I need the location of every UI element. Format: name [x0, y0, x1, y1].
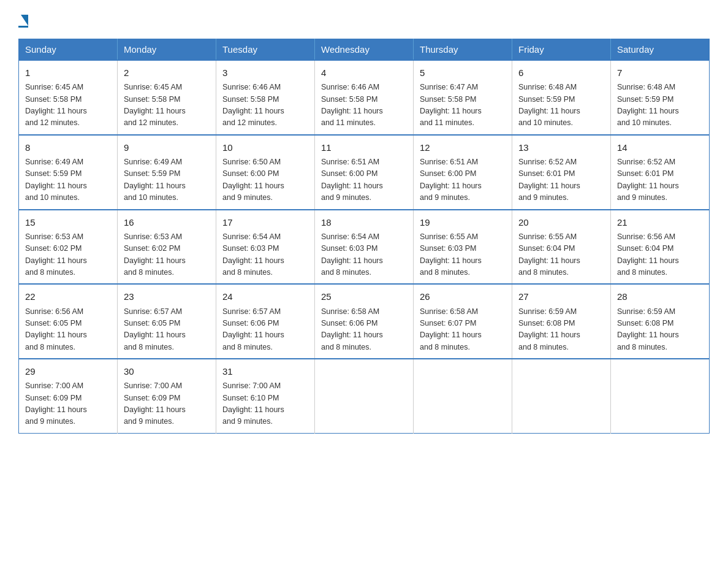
day-number: 15: [25, 215, 111, 229]
calendar-cell: [414, 359, 512, 433]
day-number: 25: [321, 289, 407, 304]
calendar-week-row: 29Sunrise: 7:00 AMSunset: 6:09 PMDayligh…: [19, 359, 710, 433]
day-number: 26: [420, 289, 506, 304]
day-info: Sunrise: 6:52 AMSunset: 6:01 PMDaylight:…: [617, 156, 703, 204]
calendar-cell: [611, 359, 710, 433]
weekday-header-wednesday: Wednesday: [315, 39, 414, 61]
day-number: 4: [321, 66, 407, 80]
day-info: Sunrise: 6:46 AMSunset: 5:58 PMDaylight:…: [321, 82, 407, 129]
calendar-cell: 15Sunrise: 6:53 AMSunset: 6:02 PMDayligh…: [19, 210, 118, 285]
day-number: 10: [222, 140, 308, 155]
weekday-header-thursday: Thursday: [414, 39, 512, 61]
calendar-cell: [512, 359, 611, 433]
day-info: Sunrise: 6:51 AMSunset: 6:00 PMDaylight:…: [321, 156, 407, 204]
day-info: Sunrise: 7:00 AMSunset: 6:09 PMDaylight:…: [25, 380, 111, 428]
weekday-header-sunday: Sunday: [19, 39, 118, 61]
calendar-cell: 7Sunrise: 6:48 AMSunset: 5:59 PMDaylight…: [611, 60, 710, 135]
calendar-cell: 25Sunrise: 6:58 AMSunset: 6:06 PMDayligh…: [315, 284, 414, 359]
day-info: Sunrise: 6:55 AMSunset: 6:04 PMDaylight:…: [518, 231, 604, 279]
day-info: Sunrise: 6:48 AMSunset: 5:59 PMDaylight:…: [518, 82, 604, 129]
logo-arrow-icon: [21, 15, 28, 26]
day-number: 7: [617, 66, 703, 80]
calendar-cell: 31Sunrise: 7:00 AMSunset: 6:10 PMDayligh…: [216, 359, 315, 433]
calendar-cell: 22Sunrise: 6:56 AMSunset: 6:05 PMDayligh…: [19, 284, 118, 359]
calendar-cell: 8Sunrise: 6:49 AMSunset: 5:59 PMDaylight…: [19, 135, 118, 210]
day-number: 22: [25, 289, 111, 304]
day-number: 29: [25, 364, 111, 378]
day-info: Sunrise: 6:58 AMSunset: 6:06 PMDaylight:…: [321, 306, 407, 354]
calendar-cell: 17Sunrise: 6:54 AMSunset: 6:03 PMDayligh…: [216, 210, 315, 285]
calendar-cell: 30Sunrise: 7:00 AMSunset: 6:09 PMDayligh…: [118, 359, 216, 433]
day-info: Sunrise: 6:54 AMSunset: 6:03 PMDaylight:…: [222, 231, 308, 279]
calendar-cell: 11Sunrise: 6:51 AMSunset: 6:00 PMDayligh…: [315, 135, 414, 210]
day-number: 13: [518, 140, 604, 155]
calendar-table: SundayMondayTuesdayWednesdayThursdayFrid…: [18, 39, 710, 434]
day-number: 8: [25, 140, 111, 155]
day-info: Sunrise: 6:55 AMSunset: 6:03 PMDaylight:…: [420, 231, 506, 279]
calendar-cell: 3Sunrise: 6:46 AMSunset: 5:58 PMDaylight…: [216, 60, 315, 135]
weekday-header-row: SundayMondayTuesdayWednesdayThursdayFrid…: [19, 39, 710, 61]
day-info: Sunrise: 6:57 AMSunset: 6:05 PMDaylight:…: [124, 306, 210, 354]
calendar-cell: 5Sunrise: 6:47 AMSunset: 5:58 PMDaylight…: [414, 60, 512, 135]
calendar-cell: 4Sunrise: 6:46 AMSunset: 5:58 PMDaylight…: [315, 60, 414, 135]
day-number: 18: [321, 215, 407, 229]
day-number: 17: [222, 215, 308, 229]
day-info: Sunrise: 6:58 AMSunset: 6:07 PMDaylight:…: [420, 306, 506, 354]
day-number: 23: [124, 289, 210, 304]
day-number: 31: [222, 364, 308, 378]
calendar-cell: 21Sunrise: 6:56 AMSunset: 6:04 PMDayligh…: [611, 210, 710, 285]
calendar-cell: 1Sunrise: 6:45 AMSunset: 5:58 PMDaylight…: [19, 60, 118, 135]
day-number: 11: [321, 140, 407, 155]
day-info: Sunrise: 6:53 AMSunset: 6:02 PMDaylight:…: [25, 231, 111, 279]
day-number: 27: [518, 289, 604, 304]
calendar-cell: 6Sunrise: 6:48 AMSunset: 5:59 PMDaylight…: [512, 60, 611, 135]
day-info: Sunrise: 6:47 AMSunset: 5:58 PMDaylight:…: [420, 82, 506, 129]
day-info: Sunrise: 6:59 AMSunset: 6:08 PMDaylight:…: [518, 306, 604, 354]
day-info: Sunrise: 6:51 AMSunset: 6:00 PMDaylight:…: [420, 156, 506, 204]
day-info: Sunrise: 6:57 AMSunset: 6:06 PMDaylight:…: [222, 306, 308, 354]
calendar-cell: 13Sunrise: 6:52 AMSunset: 6:01 PMDayligh…: [512, 135, 611, 210]
calendar-cell: [315, 359, 414, 433]
calendar-week-row: 15Sunrise: 6:53 AMSunset: 6:02 PMDayligh…: [19, 210, 710, 285]
day-number: 20: [518, 215, 604, 229]
day-info: Sunrise: 6:52 AMSunset: 6:01 PMDaylight:…: [518, 156, 604, 204]
day-info: Sunrise: 7:00 AMSunset: 6:09 PMDaylight:…: [124, 380, 210, 428]
calendar-cell: 10Sunrise: 6:50 AMSunset: 6:00 PMDayligh…: [216, 135, 315, 210]
day-info: Sunrise: 6:45 AMSunset: 5:58 PMDaylight:…: [124, 82, 210, 129]
calendar-cell: 26Sunrise: 6:58 AMSunset: 6:07 PMDayligh…: [414, 284, 512, 359]
logo: [18, 15, 28, 28]
day-info: Sunrise: 6:45 AMSunset: 5:58 PMDaylight:…: [25, 82, 111, 129]
day-info: Sunrise: 7:00 AMSunset: 6:10 PMDaylight:…: [222, 380, 308, 428]
day-number: 9: [124, 140, 210, 155]
logo-text: [18, 15, 28, 25]
calendar-cell: 14Sunrise: 6:52 AMSunset: 6:01 PMDayligh…: [611, 135, 710, 210]
weekday-header-saturday: Saturday: [611, 39, 710, 61]
calendar-cell: 24Sunrise: 6:57 AMSunset: 6:06 PMDayligh…: [216, 284, 315, 359]
calendar-cell: 27Sunrise: 6:59 AMSunset: 6:08 PMDayligh…: [512, 284, 611, 359]
day-info: Sunrise: 6:50 AMSunset: 6:00 PMDaylight:…: [222, 156, 308, 204]
day-info: Sunrise: 6:49 AMSunset: 5:59 PMDaylight:…: [124, 156, 210, 204]
day-info: Sunrise: 6:56 AMSunset: 6:04 PMDaylight:…: [617, 231, 703, 279]
day-info: Sunrise: 6:46 AMSunset: 5:58 PMDaylight:…: [222, 82, 308, 129]
calendar-cell: 16Sunrise: 6:53 AMSunset: 6:02 PMDayligh…: [118, 210, 216, 285]
calendar-cell: 23Sunrise: 6:57 AMSunset: 6:05 PMDayligh…: [118, 284, 216, 359]
calendar-cell: 9Sunrise: 6:49 AMSunset: 5:59 PMDaylight…: [118, 135, 216, 210]
day-number: 30: [124, 364, 210, 378]
calendar-cell: 2Sunrise: 6:45 AMSunset: 5:58 PMDaylight…: [118, 60, 216, 135]
weekday-header-monday: Monday: [118, 39, 216, 61]
page-header: [18, 15, 710, 28]
weekday-header-tuesday: Tuesday: [216, 39, 315, 61]
calendar-week-row: 22Sunrise: 6:56 AMSunset: 6:05 PMDayligh…: [19, 284, 710, 359]
calendar-cell: 28Sunrise: 6:59 AMSunset: 6:08 PMDayligh…: [611, 284, 710, 359]
day-info: Sunrise: 6:53 AMSunset: 6:02 PMDaylight:…: [124, 231, 210, 279]
day-number: 12: [420, 140, 506, 155]
logo-underline: [18, 26, 28, 28]
weekday-header-friday: Friday: [512, 39, 611, 61]
day-number: 14: [617, 140, 703, 155]
day-number: 19: [420, 215, 506, 229]
day-number: 5: [420, 66, 506, 80]
day-number: 24: [222, 289, 308, 304]
calendar-week-row: 1Sunrise: 6:45 AMSunset: 5:58 PMDaylight…: [19, 60, 710, 135]
day-info: Sunrise: 6:48 AMSunset: 5:59 PMDaylight:…: [617, 82, 703, 129]
day-info: Sunrise: 6:59 AMSunset: 6:08 PMDaylight:…: [617, 306, 703, 354]
